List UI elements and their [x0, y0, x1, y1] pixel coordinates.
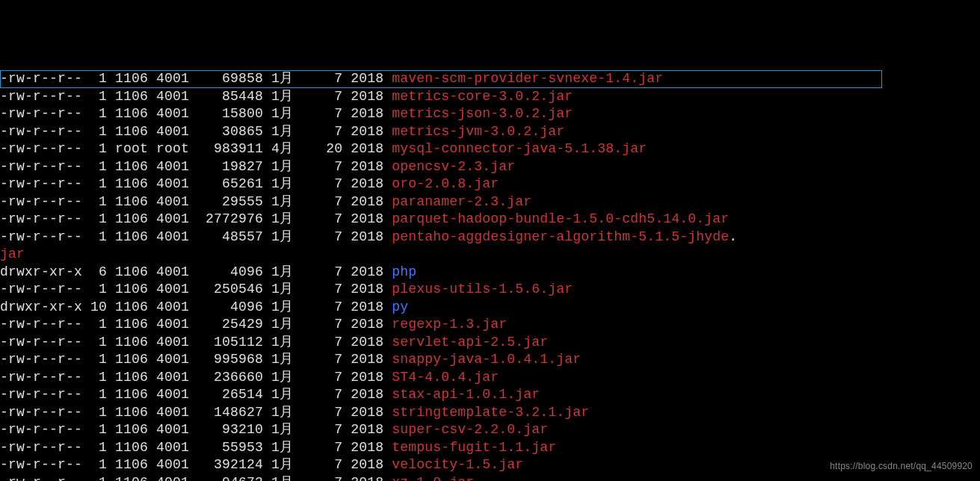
file-name: paranamer-2.3.jar	[392, 194, 531, 209]
file-name: py	[392, 300, 408, 314]
ls-row: -rw-r--r-- 1 1106 4001 19827 1月 7 2018 o…	[0, 158, 980, 176]
ls-row: -rw-r--r-- 1 1106 4001 29555 1月 7 2018 p…	[0, 193, 980, 211]
ls-row: -rw-r--r-- 1 root root 983911 4月 20 2018…	[0, 140, 980, 158]
file-ext-wrap-dot: .	[729, 229, 737, 244]
ls-row: -rw-r--r-- 1 1106 4001 55953 1月 7 2018 t…	[0, 439, 980, 457]
file-attrs: -rw-r--r-- 1 1106 4001 48557 1月 7 2018	[0, 229, 392, 244]
ls-row: -rw-r--r-- 1 1106 4001 15800 1月 7 2018 m…	[0, 105, 980, 123]
ls-row: -rw-r--r-- 1 1106 4001 65261 1月 7 2018 o…	[0, 176, 980, 193]
file-attrs: -rw-r--r-- 1 1106 4001 65261 1月 7 2018	[0, 176, 392, 191]
terminal-output[interactable]: -rw-r--r-- 1 1106 4001 69858 1月 7 2018 m…	[0, 70, 980, 481]
file-name: metrics-jvm-3.0.2.jar	[392, 124, 564, 139]
file-attrs: -rw-r--r-- 1 1106 4001 148627 1月 7 2018	[0, 405, 392, 420]
file-attrs: -rw-r--r-- 1 1106 4001 69858 1月 7 2018	[0, 71, 392, 86]
file-attrs: -rw-r--r-- 1 1106 4001 55953 1月 7 2018	[0, 440, 392, 455]
watermark-text: https://blog.csdn.net/qq_44509920	[830, 458, 973, 476]
file-name: xz-1.0.jar	[392, 475, 474, 482]
file-attrs: -rw-r--r-- 1 1106 4001 15800 1月 7 2018	[0, 106, 392, 121]
ls-row: -rw-r--r-- 1 1106 4001 148627 1月 7 2018 …	[0, 404, 980, 422]
file-name: parquet-hadoop-bundle-1.5.0-cdh5.14.0.ja…	[392, 211, 729, 226]
ls-row: -rw-r--r-- 1 1106 4001 2772976 1月 7 2018…	[0, 211, 980, 229]
file-attrs: -rw-r--r-- 1 1106 4001 85448 1月 7 2018	[0, 89, 392, 104]
ls-row: -rw-r--r-- 1 1106 4001 48557 1月 7 2018 p…	[0, 229, 980, 246]
ls-row-wrap: jar	[0, 246, 980, 264]
file-attrs: -rw-r--r-- 1 1106 4001 29555 1月 7 2018	[0, 194, 392, 209]
file-name: maven-scm-provider-svnexe-1.4.jar	[392, 71, 663, 86]
ls-row: -rw-r--r-- 1 1106 4001 995968 1月 7 2018 …	[0, 351, 980, 369]
file-name: opencsv-2.3.jar	[392, 159, 515, 174]
file-name: tempus-fugit-1.1.jar	[392, 440, 556, 455]
ls-row: -rw-r--r-- 1 1106 4001 26514 1月 7 2018 s…	[0, 386, 980, 404]
file-name: stringtemplate-3.2.1.jar	[392, 405, 589, 420]
file-name: stax-api-1.0.1.jar	[392, 387, 540, 402]
ls-row: -rw-r--r-- 1 1106 4001 30865 1月 7 2018 m…	[0, 123, 980, 141]
file-attrs: -rw-r--r-- 1 1106 4001 392124 1月 7 2018	[0, 457, 392, 472]
ls-row: -rw-r--r-- 1 1106 4001 93210 1月 7 2018 s…	[0, 421, 980, 439]
ls-row: -rw-r--r-- 1 1106 4001 105112 1月 7 2018 …	[0, 334, 980, 352]
file-name: metrics-core-3.0.2.jar	[392, 89, 573, 104]
file-attrs: -rw-r--r-- 1 1106 4001 995968 1月 7 2018	[0, 352, 392, 367]
file-attrs: -rw-r--r-- 1 1106 4001 26514 1月 7 2018	[0, 387, 392, 402]
ls-row: drwxr-xr-x 10 1106 4001 4096 1月 7 2018 p…	[0, 299, 980, 317]
file-attrs: -rw-r--r-- 1 1106 4001 94672 1月 7 2018	[0, 475, 392, 482]
file-name-wrap: jar	[0, 246, 25, 261]
file-attrs: -rw-r--r-- 1 1106 4001 93210 1月 7 2018	[0, 422, 392, 437]
file-name: velocity-1.5.jar	[392, 457, 523, 472]
file-attrs: drwxr-xr-x 6 1106 4001 4096 1月 7 2018	[0, 264, 392, 279]
file-name: metrics-json-3.0.2.jar	[392, 106, 573, 121]
file-attrs: -rw-r--r-- 1 root root 983911 4月 20 2018	[0, 141, 392, 156]
file-name: servlet-api-2.5.jar	[392, 335, 548, 350]
file-attrs: -rw-r--r-- 1 1106 4001 236660 1月 7 2018	[0, 370, 392, 385]
ls-row: -rw-r--r-- 1 1106 4001 69858 1月 7 2018 m…	[0, 70, 980, 88]
file-attrs: drwxr-xr-x 10 1106 4001 4096 1月 7 2018	[0, 300, 392, 314]
file-name: ST4-4.0.4.jar	[392, 370, 499, 385]
file-name: mysql-connector-java-5.1.38.jar	[392, 141, 647, 156]
ls-row: drwxr-xr-x 6 1106 4001 4096 1月 7 2018 ph…	[0, 264, 980, 282]
file-attrs: -rw-r--r-- 1 1106 4001 105112 1月 7 2018	[0, 335, 392, 350]
ls-row: -rw-r--r-- 1 1106 4001 25429 1月 7 2018 r…	[0, 316, 980, 334]
file-name: pentaho-aggdesigner-algorithm-5.1.5-jhyd…	[392, 229, 729, 244]
file-name: super-csv-2.2.0.jar	[392, 422, 548, 437]
file-name: regexp-1.3.jar	[392, 317, 507, 332]
file-name: oro-2.0.8.jar	[392, 176, 499, 191]
ls-row: -rw-r--r-- 1 1106 4001 85448 1月 7 2018 m…	[0, 88, 980, 106]
ls-row: -rw-r--r-- 1 1106 4001 236660 1月 7 2018 …	[0, 369, 980, 387]
file-attrs: -rw-r--r-- 1 1106 4001 2772976 1月 7 2018	[0, 211, 392, 226]
file-name: php	[392, 264, 416, 279]
ls-row: -rw-r--r-- 1 1106 4001 250546 1月 7 2018 …	[0, 281, 980, 299]
file-attrs: -rw-r--r-- 1 1106 4001 30865 1月 7 2018	[0, 124, 392, 139]
file-name: plexus-utils-1.5.6.jar	[392, 282, 573, 297]
file-attrs: -rw-r--r-- 1 1106 4001 25429 1月 7 2018	[0, 317, 392, 332]
file-attrs: -rw-r--r-- 1 1106 4001 250546 1月 7 2018	[0, 282, 392, 297]
file-attrs: -rw-r--r-- 1 1106 4001 19827 1月 7 2018	[0, 159, 392, 174]
file-name: snappy-java-1.0.4.1.jar	[392, 352, 581, 367]
